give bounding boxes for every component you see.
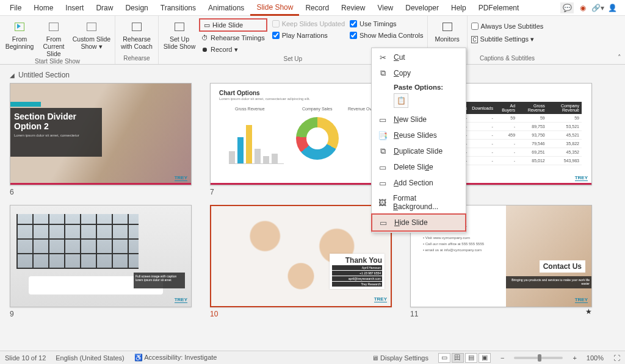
display-icon: 🖥 [372,354,378,362]
ctx-reuse-slides[interactable]: 📑Reuse Slides [372,127,466,143]
coach-icon [128,20,145,34]
tab-file[interactable]: File [4,1,27,15]
slide-number: 10 [210,310,392,318]
tab-transitions[interactable]: Transitions [154,1,202,15]
accessibility-icon: ♿ [134,354,143,361]
ctx-cut[interactable]: ✂CuCutt [372,49,466,65]
slide-thumb-10[interactable]: Thank You April Hansson +1 23 987 6554 a… [210,205,392,318]
copy-icon: ⧉ [378,68,388,78]
hide-icon: ▭ [378,218,388,227]
slide-counter[interactable]: Slide 10 of 12 [5,354,46,362]
ribbon-tabs: File Home Insert Draw Design Transitions… [0,0,625,16]
tab-home[interactable]: Home [27,1,59,15]
zoom-level[interactable]: 100% [587,354,604,362]
tab-draw[interactable]: Draw [90,1,119,15]
hide-slide-icon: ▭ [204,21,210,29]
group-captions: Captions & Subtitles [471,54,544,64]
comments-icon[interactable]: 💬 [560,2,574,13]
reading-view-button[interactable]: ▤ [465,353,477,363]
section-collapse-icon[interactable]: ◢ [10,72,15,79]
from-current-button[interactable]: From Current Slide [38,17,70,57]
collapse-ribbon-icon[interactable]: ˄ [618,54,621,62]
zoom-in-button[interactable]: + [573,354,576,362]
contact-us-title: Contact Us [540,260,585,273]
ctx-add-section[interactable]: ▭Add Section [372,175,466,191]
ctx-hide-slide[interactable]: ▭Hide Slide [371,213,466,232]
from-beginning-button[interactable]: From Beginning [4,17,35,57]
reuse-icon: 📑 [378,130,388,140]
language-button[interactable]: English (United States) [56,354,125,362]
paste-icon: 📋 [397,96,406,105]
animation-star-icon[interactable]: ★ [585,307,592,318]
ctx-copy[interactable]: ⧉Copy [372,65,466,81]
show-media-check[interactable]: Show Media Controls [350,30,424,41]
use-timings-check[interactable]: Use Timings [350,18,424,29]
record-icon[interactable]: ◉ [577,2,588,13]
display-settings-button[interactable]: 🖥 Display Settings [372,354,428,362]
slide-thumb-7[interactable]: Chart Options Lorem ipsum dolor sit amet… [210,83,392,196]
tab-insert[interactable]: Insert [59,1,90,15]
status-bar: Slide 10 of 12 English (United States) ♿… [0,351,625,364]
zoom-out-button[interactable]: − [500,354,504,362]
slide-number: 7 [210,188,392,196]
slideshow-view-button[interactable]: ▣ [479,353,491,363]
play-narrations-check[interactable]: Play Narrations [272,30,345,41]
paste-option-button[interactable]: 📋 [394,93,408,108]
tab-help[interactable]: Help [445,1,472,15]
tab-slide-show[interactable]: Slide Show [250,1,299,16]
format-bg-icon: 🖼 [378,198,387,207]
monitor-icon [439,20,456,34]
slide-number: 6 [10,188,192,196]
record-dropdown-icon: ⏺ [201,46,208,53]
ctx-format-bg[interactable]: 🖼Format Background... [372,191,466,214]
donut-chart [296,117,339,160]
new-slide-icon: ▭ [378,115,388,124]
record-button[interactable]: ⏺Record ▾ [199,44,267,55]
duplicate-icon: ⧉ [378,146,388,156]
tab-record[interactable]: Record [299,1,335,15]
slide-number: 9 [10,310,192,318]
slide6-title: Section Divider Option 2 [14,112,98,131]
data-table: UsersDownloadsAd BuyersGross RevenueComp… [453,102,582,165]
context-menu: ✂CuCutt ⧉Copy Paste Options: 📋 ▭New Slid… [371,48,466,233]
rehearse-coach-button[interactable]: Rehearse with Coach [119,17,154,54]
section-header[interactable]: ◢Untitled Section [10,71,615,79]
ctx-new-slide[interactable]: ▭New Slide [372,112,466,127]
ctx-duplicate[interactable]: ⧉Duplicate Slide [372,143,466,159]
slide-number: 11 [410,310,418,318]
ctx-delete[interactable]: ▭Delete Slide [372,159,466,175]
sorter-view-button[interactable]: 田 [452,353,464,363]
setup-icon [171,20,188,34]
account-icon[interactable]: 👤 [607,2,618,13]
delete-icon: ▭ [378,162,388,172]
tab-view[interactable]: View [371,1,399,15]
section-icon: ▭ [378,178,388,188]
slide-thumb-9[interactable]: Full screen image with caption lorem ips… [10,205,192,318]
always-subtitles-check[interactable]: Always Use Subtitles [471,21,544,32]
setup-show-button[interactable]: Set Up Slide Show [162,17,197,55]
normal-view-button[interactable]: ▭ [438,353,450,363]
rehearse-timings-button[interactable]: ⏱Rehearse Timings [199,32,267,43]
cut-icon: ✂ [378,52,388,62]
tab-design[interactable]: Design [119,1,154,15]
tab-animations[interactable]: Animations [202,1,250,15]
tab-pdfelement[interactable]: PDFelement [472,1,526,15]
share-icon[interactable]: 🔗▾ [592,2,603,13]
zoom-slider[interactable] [514,357,563,359]
fit-to-window-button[interactable]: ⛶ [613,354,620,362]
timer-icon: ⏱ [201,34,208,41]
group-rehearse: Rehearse [119,54,154,64]
slide-thumb-6[interactable]: Section Divider Option 2Lorem ipsum dolo… [10,83,192,196]
cc-icon: 🄲 [471,36,478,43]
slide-sorter[interactable]: ◢Untitled Section Section Divider Option… [0,65,625,351]
accessibility-button[interactable]: ♿ Accessibility: Investigate [134,354,217,362]
subtitle-settings-button[interactable]: 🄲Subtitle Settings ▾ [471,35,544,43]
tab-review[interactable]: Review [335,1,371,15]
keep-slides-check[interactable]: Keep Slides Updated [272,18,345,29]
tab-developer[interactable]: Developer [399,1,445,15]
ribbon: From Beginning From Current Slide Custom… [0,16,625,65]
custom-show-button[interactable]: Custom Slide Show ▾ [72,17,111,57]
bar-chart [229,115,284,164]
hide-slide-button[interactable]: ▭Hide Slide [199,18,267,32]
play-from-start-icon [11,20,28,34]
